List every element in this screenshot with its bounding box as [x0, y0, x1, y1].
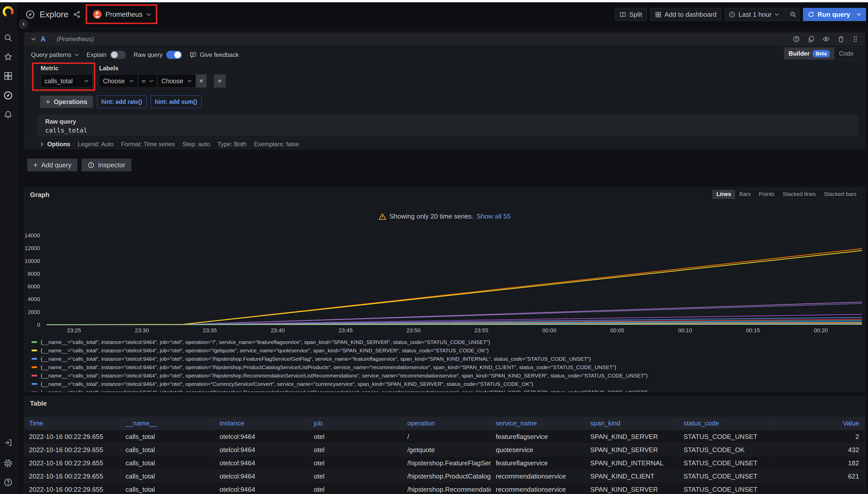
alerting-bell-icon[interactable]	[3, 110, 13, 119]
grafana-logo[interactable]	[2, 6, 14, 17]
explore-header: Explore Prometheus	[16, 2, 868, 27]
raw-query-toggle[interactable]	[166, 51, 182, 59]
legend-item[interactable]: {__name__="calls_total", instance="otelc…	[32, 372, 863, 380]
query-patterns-dropdown[interactable]: Query patterns	[31, 51, 79, 58]
explain-toggle[interactable]	[110, 51, 126, 59]
apps-grid-icon	[655, 11, 662, 18]
star-icon[interactable]	[3, 52, 13, 61]
table-cell: calls_total	[121, 482, 215, 494]
add-to-dashboard-button[interactable]: Add to dashboard	[650, 8, 721, 21]
query-hint-button[interactable]: hint: add rate()	[97, 95, 147, 108]
legend-item[interactable]: {__name__="calls_total", instance="otelc…	[32, 355, 863, 363]
table-cell: 182	[774, 456, 865, 469]
svg-text:00:05: 00:05	[610, 327, 624, 334]
run-query-button[interactable]: Run query	[803, 8, 866, 21]
table-header-time[interactable]: Time	[24, 417, 121, 430]
options-expander[interactable]: Options	[40, 141, 70, 148]
svg-text:2000: 2000	[28, 309, 40, 315]
svg-text:12000: 12000	[25, 245, 40, 251]
datasource-picker[interactable]: Prometheus	[90, 9, 154, 20]
query-help-icon[interactable]	[793, 36, 800, 43]
labels-field-group: Labels Choose = Choose × +	[99, 65, 225, 88]
legend-item[interactable]: {__name__="calls_total", instance="otelc…	[32, 388, 863, 392]
table-cell: otel	[309, 482, 403, 494]
graph-style-points[interactable]: Points	[755, 190, 779, 199]
table-header-servicename[interactable]: service_name	[491, 417, 586, 430]
show-all-series-link[interactable]: Show all 55	[476, 212, 510, 220]
time-zoom-out-button[interactable]	[786, 8, 800, 21]
time-series-chart[interactable]: 0200040006000800010000120001400023:2523:…	[24, 224, 865, 335]
metric-value: calls_total	[44, 77, 73, 85]
duplicate-query-icon[interactable]	[808, 36, 815, 43]
datasource-name: Prometheus	[106, 11, 143, 19]
metric-select[interactable]: calls_total	[41, 74, 92, 88]
svg-text:4000: 4000	[28, 296, 40, 302]
inspector-button[interactable]: Inspector	[82, 159, 131, 171]
hide-query-eye-icon[interactable]	[822, 36, 830, 43]
graph-style-stacked-lines[interactable]: Stacked lines	[779, 190, 820, 199]
query-row-header[interactable]: A (Prometheus)	[24, 33, 865, 45]
run-query-dropdown[interactable]	[853, 13, 861, 16]
table-header-operation[interactable]: operation	[403, 417, 491, 430]
label-operator-select[interactable]: =	[138, 74, 157, 88]
share-icon[interactable]	[73, 11, 80, 18]
legend-color-marker	[32, 358, 37, 360]
remove-label-filter-button[interactable]: ×	[196, 74, 206, 88]
raw-query-toggle-label: Raw query	[133, 51, 163, 58]
add-to-dashboard-label: Add to dashboard	[665, 11, 717, 19]
dashboards-icon[interactable]	[3, 71, 13, 80]
add-operation-button[interactable]: + Operations	[40, 96, 93, 108]
warning-text: Showing only 20 time series.	[389, 212, 473, 220]
query-hint-button[interactable]: hint: add sum()	[151, 95, 201, 108]
table-header-statuscode[interactable]: status_code	[679, 417, 774, 430]
add-label-filter-button[interactable]: +	[214, 74, 225, 88]
table-header-instance[interactable]: instance	[215, 417, 309, 430]
split-button[interactable]: Split	[615, 8, 647, 21]
graph-style-stacked-bars[interactable]: Stacked bars	[820, 190, 861, 199]
give-feedback-link[interactable]: Give feedback	[189, 51, 239, 58]
add-query-button[interactable]: + Add query	[27, 159, 77, 171]
legend-item[interactable]: {__name__="calls_total", instance="otelc…	[32, 380, 863, 388]
page-title: Explore	[40, 10, 68, 19]
legend-series-label: {__name__="calls_total", instance="otelc…	[41, 356, 591, 362]
legend-color-marker	[32, 341, 37, 343]
legend-series-label: {__name__="calls_total", instance="otelc…	[41, 390, 648, 393]
query-ref-id[interactable]: A	[41, 35, 46, 43]
table-header-value[interactable]: Value	[774, 417, 865, 430]
table-panel-title: Table	[30, 400, 47, 407]
query-editor-toolbar: Query patterns Explain Raw query Give fe…	[31, 50, 239, 60]
graph-style-lines[interactable]: Lines	[712, 190, 735, 199]
sidebar-expand-button[interactable]	[19, 20, 28, 29]
graph-style-bars[interactable]: Bars	[735, 190, 755, 199]
label-value-select[interactable]: Choose	[158, 74, 196, 88]
table-header-job[interactable]: job	[309, 417, 403, 430]
search-icon[interactable]	[3, 33, 13, 42]
legend-item[interactable]: {__name__="calls_total", instance="otelc…	[32, 346, 863, 355]
time-range-picker[interactable]: Last 1 hour	[725, 8, 783, 21]
sign-in-icon[interactable]	[4, 438, 13, 447]
warning-triangle-icon	[379, 213, 386, 220]
legend-series-label: {__name__="calls_total", instance="otelc…	[41, 364, 616, 370]
operations-label: Operations	[54, 98, 87, 106]
settings-gear-icon[interactable]	[3, 459, 13, 468]
legend-item[interactable]: {__name__="calls_total", instance="otelc…	[32, 363, 863, 372]
explore-compass-icon[interactable]	[3, 91, 13, 100]
table-cell: otelcol:9464	[215, 482, 309, 494]
help-icon[interactable]	[3, 478, 13, 487]
table-header-name[interactable]: __name__	[121, 417, 215, 430]
table-cell: 2022-10-16 00:22:29.655	[24, 456, 121, 469]
table-header-spankind[interactable]: span_kind	[586, 417, 679, 430]
label-name-select[interactable]: Choose	[99, 74, 138, 88]
builder-mode-tab[interactable]: Builder Beta	[784, 48, 834, 59]
legend-item[interactable]: {__name__="calls_total", instance="otelc…	[32, 338, 863, 346]
table-cell: /hipstershop.Recommendation...	[403, 482, 491, 494]
legend-color-marker	[32, 392, 37, 392]
explore-compass-header-icon	[25, 10, 35, 19]
drag-handle-icon[interactable]	[852, 36, 858, 43]
label-operator-value: =	[142, 77, 146, 85]
svg-text:23:25: 23:25	[67, 327, 81, 334]
collapse-chevron-icon[interactable]	[31, 37, 36, 41]
delete-query-trash-icon[interactable]	[837, 36, 845, 43]
code-mode-tab[interactable]: Code	[834, 48, 858, 59]
legend-series-label: {__name__="calls_total", instance="otelc…	[41, 347, 489, 354]
